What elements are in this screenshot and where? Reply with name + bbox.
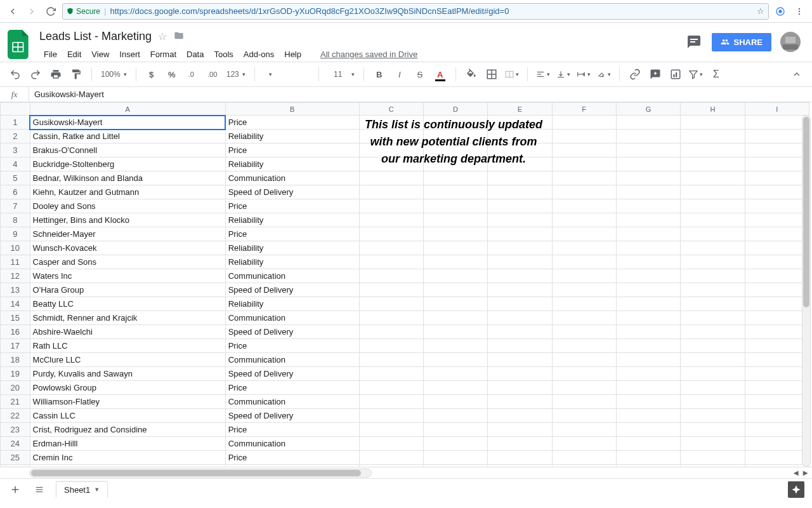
cell[interactable] xyxy=(745,157,809,171)
cell[interactable] xyxy=(552,283,616,297)
cell[interactable] xyxy=(616,381,680,395)
row-header[interactable]: 19 xyxy=(1,367,30,381)
cell[interactable]: Reliability xyxy=(225,157,359,171)
cell[interactable] xyxy=(423,423,487,437)
collapse-toolbar-button[interactable] xyxy=(788,65,806,83)
cell[interactable] xyxy=(745,437,809,451)
cell[interactable] xyxy=(616,367,680,381)
cell[interactable] xyxy=(616,227,680,241)
text-color-button[interactable]: A xyxy=(431,65,449,83)
cell[interactable]: Erdman-Hilll xyxy=(30,437,225,451)
cell[interactable] xyxy=(745,144,809,157)
cell[interactable] xyxy=(681,437,745,451)
explore-button[interactable] xyxy=(788,481,804,498)
sheets-logo-icon[interactable] xyxy=(6,28,32,61)
cell[interactable] xyxy=(745,353,809,367)
text-rotation-button[interactable] xyxy=(595,65,613,83)
col-header-c[interactable]: C xyxy=(359,103,423,116)
address-bar[interactable]: Secure | https://docs.google.com/spreads… xyxy=(62,3,769,20)
col-header-h[interactable]: H xyxy=(681,103,745,116)
increase-decimal-button[interactable]: .00 xyxy=(204,65,221,83)
cell[interactable] xyxy=(552,116,616,130)
row-header[interactable]: 20 xyxy=(1,381,30,395)
cell[interactable] xyxy=(552,423,616,437)
cell[interactable] xyxy=(745,130,809,144)
horizontal-scrollbar[interactable]: ◄ ► xyxy=(0,467,812,478)
cell[interactable] xyxy=(488,395,552,409)
cell[interactable] xyxy=(30,465,225,467)
cell[interactable] xyxy=(745,255,809,269)
cell[interactable] xyxy=(616,311,680,325)
cell[interactable] xyxy=(488,451,552,465)
format-percent-button[interactable]: % xyxy=(163,65,181,83)
col-header-e[interactable]: E xyxy=(488,103,552,116)
row-header[interactable]: 14 xyxy=(1,297,30,311)
cell[interactable]: Purdy, Kuvalis and Sawayn xyxy=(30,367,225,381)
cell[interactable] xyxy=(745,381,809,395)
text-wrap-button[interactable] xyxy=(575,65,593,83)
cell[interactable] xyxy=(488,423,552,437)
insert-chart-button[interactable] xyxy=(667,65,684,83)
cell[interactable] xyxy=(359,255,423,269)
cell[interactable] xyxy=(745,283,809,297)
font-size-select[interactable]: 11 xyxy=(325,68,357,81)
format-currency-button[interactable]: $ xyxy=(143,65,160,83)
cell[interactable] xyxy=(423,199,487,213)
col-header-f[interactable]: F xyxy=(552,103,616,116)
cell[interactable]: Schmidt, Renner and Krajcik xyxy=(30,311,225,325)
cell[interactable] xyxy=(681,171,745,185)
cell[interactable] xyxy=(745,451,809,465)
cell[interactable] xyxy=(745,241,809,255)
cell[interactable]: Kiehn, Kautzer and Gutmann xyxy=(30,185,225,199)
cell[interactable]: Schneider-Mayer xyxy=(30,227,225,241)
cell[interactable] xyxy=(745,227,809,241)
cell[interactable] xyxy=(616,423,680,437)
cell[interactable] xyxy=(359,423,423,437)
cell[interactable] xyxy=(616,269,680,283)
cell[interactable] xyxy=(681,297,745,311)
cell[interactable] xyxy=(488,171,552,185)
row-header[interactable]: 10 xyxy=(1,241,30,255)
decrease-decimal-button[interactable]: .0 xyxy=(183,65,201,83)
row-header[interactable]: 3 xyxy=(1,144,30,157)
cell[interactable] xyxy=(681,353,745,367)
add-sheet-button[interactable] xyxy=(8,482,23,497)
col-header-i[interactable]: I xyxy=(745,103,809,116)
row-header[interactable]: 23 xyxy=(1,423,30,437)
row-header[interactable]: 24 xyxy=(1,437,30,451)
comments-icon[interactable] xyxy=(685,33,703,51)
cell[interactable] xyxy=(745,311,809,325)
cell[interactable] xyxy=(681,255,745,269)
col-header-d[interactable]: D xyxy=(423,103,487,116)
cell[interactable] xyxy=(552,255,616,269)
row-header[interactable]: 5 xyxy=(1,171,30,185)
scroll-left-icon[interactable]: ◄ xyxy=(792,468,800,478)
row-header[interactable]: 1 xyxy=(1,116,30,130)
cell[interactable] xyxy=(745,339,809,353)
cell[interactable]: Reliability xyxy=(225,255,359,269)
cell[interactable] xyxy=(745,367,809,381)
cell[interactable]: O'Hara Group xyxy=(30,283,225,297)
undo-button[interactable] xyxy=(6,65,24,83)
cell[interactable] xyxy=(423,325,487,339)
row-header[interactable]: 21 xyxy=(1,395,30,409)
cell[interactable]: Communication xyxy=(225,395,359,409)
star-document-icon[interactable]: ☆ xyxy=(158,30,167,43)
bold-button[interactable]: B xyxy=(370,65,388,83)
cell[interactable]: Bednar, Wilkinson and Blanda xyxy=(30,171,225,185)
cell[interactable] xyxy=(681,157,745,171)
cell[interactable]: Price xyxy=(225,144,359,157)
cell[interactable]: Speed of Delivery xyxy=(225,283,359,297)
cell[interactable] xyxy=(681,451,745,465)
cell[interactable] xyxy=(616,255,680,269)
cell[interactable] xyxy=(423,395,487,409)
cell[interactable] xyxy=(488,367,552,381)
cell[interactable] xyxy=(488,311,552,325)
zoom-select[interactable]: 100% xyxy=(98,68,129,81)
cell[interactable] xyxy=(359,199,423,213)
cell[interactable] xyxy=(359,395,423,409)
cell[interactable] xyxy=(488,353,552,367)
cell[interactable] xyxy=(681,283,745,297)
cell[interactable] xyxy=(359,185,423,199)
formula-value[interactable]: Gusikowski-Mayert xyxy=(29,90,104,99)
